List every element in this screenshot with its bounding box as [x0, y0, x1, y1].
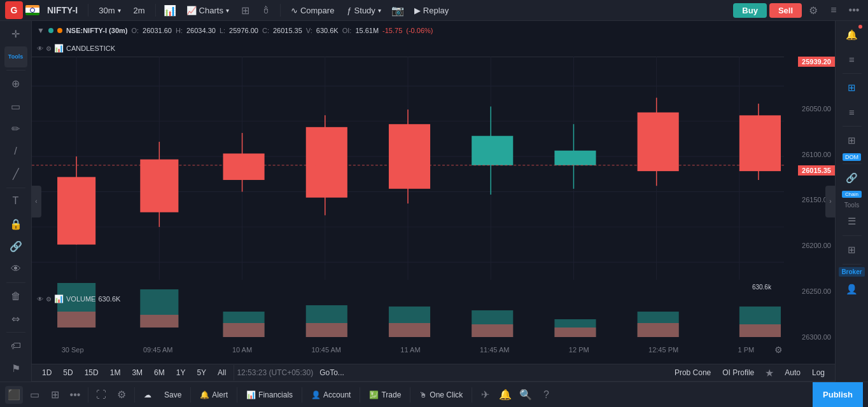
tf-3m[interactable]: 3M: [127, 366, 148, 380]
candle-icon[interactable]: 🕯: [257, 1, 275, 19]
crosshair-tool[interactable]: ⊕: [4, 73, 27, 95]
broker-icon[interactable]: 👤: [841, 278, 864, 301]
tf-1y[interactable]: 1Y: [171, 366, 191, 380]
time-label-6: 12 PM: [569, 346, 589, 354]
left-collapse-btn[interactable]: ‹: [31, 186, 41, 217]
cloud-icon[interactable]: ☁: [139, 388, 157, 402]
publish-btn[interactable]: Publish: [813, 382, 863, 407]
timeframe-30m-btn[interactable]: 30m▾: [94, 3, 125, 18]
save-btn[interactable]: Save: [159, 388, 186, 402]
tf-1m[interactable]: 1M: [105, 366, 126, 380]
link-tool[interactable]: 🔗: [4, 236, 27, 258]
bottom-toolbar: ⬛ ▭ ⊞ ••• ⛶ ⚙ ☁ Save 🔔Alert 📊Financials …: [0, 382, 868, 407]
open-val: 26031.60: [143, 27, 172, 34]
auto-btn[interactable]: Auto: [780, 366, 806, 380]
log-btn[interactable]: Log: [807, 366, 830, 380]
separator: [155, 4, 156, 17]
logo-button[interactable]: G: [5, 1, 23, 19]
tf-6m[interactable]: 6M: [149, 366, 170, 380]
alert-btn[interactable]: 🔔Alert: [195, 388, 233, 402]
vol-settings-icon[interactable]: ⚙: [46, 296, 52, 303]
magnet-tool[interactable]: 🔒: [4, 213, 27, 235]
text-tool[interactable]: T: [4, 191, 27, 212]
settings2-icon[interactable]: ⚙: [113, 386, 130, 404]
trade-btn[interactable]: 💹Trade: [364, 388, 406, 402]
svg-rect-41: [306, 323, 347, 337]
goto-btn[interactable]: GoTo...: [314, 366, 349, 380]
svg-rect-28: [554, 151, 596, 165]
replay-btn[interactable]: ▶Replay: [409, 3, 454, 18]
vol-eye-icon[interactable]: 👁: [37, 296, 43, 303]
expand-tool[interactable]: ⇔: [4, 308, 27, 329]
tag-tool[interactable]: 🏷: [4, 335, 27, 357]
tools-btn[interactable]: Tools: [4, 46, 27, 68]
symbol-name[interactable]: NIFTY-I: [47, 5, 78, 15]
dom-badge[interactable]: DOM: [843, 153, 861, 161]
split-h-btn[interactable]: ▭: [25, 386, 43, 404]
broker-btn[interactable]: Broker: [839, 267, 864, 277]
alert-icon[interactable]: 🔔: [841, 24, 864, 46]
watchlist-icon[interactable]: ≡: [841, 48, 864, 71]
oi-profile-btn[interactable]: OI Profile: [717, 366, 759, 380]
chain-badge[interactable]: Chain: [842, 191, 862, 198]
exchange-label: NSE:NIFTY-I (30m): [66, 27, 128, 34]
svg-rect-26: [472, 136, 513, 165]
alert-dot: [57, 28, 62, 33]
svg-rect-22: [306, 127, 347, 198]
camera-icon[interactable]: 📷: [389, 1, 407, 19]
link2-icon[interactable]: 🔗: [841, 167, 864, 190]
tf-1d[interactable]: 1D: [37, 366, 57, 380]
line-tool[interactable]: /: [4, 141, 27, 163]
single-chart-btn[interactable]: ⬛: [5, 386, 23, 404]
account-btn[interactable]: 👤Account: [306, 388, 356, 402]
study-btn[interactable]: ƒStudy▾: [342, 3, 386, 18]
time-label-8: 1 PM: [738, 346, 755, 354]
tf-5d[interactable]: 5D: [58, 366, 78, 380]
more-layouts-btn[interactable]: •••: [66, 386, 84, 404]
expand-btn[interactable]: ⛶: [92, 386, 110, 404]
format-icon[interactable]: ≡: [841, 100, 864, 123]
select-tool[interactable]: ▭: [4, 96, 27, 118]
more-icon[interactable]: •••: [845, 1, 863, 19]
search-icon[interactable]: 🔍: [517, 386, 535, 404]
prob-cone-btn[interactable]: Prob Cone: [669, 366, 716, 380]
financials-btn[interactable]: 📊Financials: [241, 388, 298, 402]
settings-icon[interactable]: ⚙: [804, 1, 822, 19]
grid-icon[interactable]: ⊞: [237, 1, 255, 19]
expand-icon[interactable]: ▼: [37, 26, 45, 35]
compare-btn[interactable]: ∿Compare: [286, 3, 339, 18]
one-click-btn[interactable]: 🖱One Click: [414, 388, 468, 402]
indicator-bar: 👁 ⚙ 📊 CANDLESTICK: [32, 40, 835, 57]
bar-chart-icon[interactable]: 📊: [161, 1, 179, 19]
trash-tool[interactable]: 🗑: [4, 286, 27, 307]
tf-5y[interactable]: 5Y: [192, 366, 211, 380]
list-icon[interactable]: ☰: [841, 210, 864, 233]
star-icon[interactable]: ★: [760, 364, 778, 382]
tf-all[interactable]: All: [213, 366, 231, 380]
change-pct: (-0.06%): [406, 27, 433, 34]
settings-icon2[interactable]: ⚙: [46, 45, 52, 52]
help-icon[interactable]: ?: [537, 386, 555, 404]
buy-button[interactable]: Buy: [733, 3, 767, 18]
layers-icon[interactable]: ≡: [825, 1, 843, 19]
grid2-icon[interactable]: ⊞: [841, 129, 864, 152]
grid3-icon[interactable]: ⊞: [841, 238, 864, 261]
pencil-tool[interactable]: ✏: [4, 118, 27, 140]
tf-15d[interactable]: 15D: [80, 366, 104, 380]
diagonal-tool[interactable]: ╱: [4, 163, 27, 185]
cursor-tool[interactable]: ✛: [4, 24, 27, 45]
charts-btn[interactable]: 📈Charts▾: [181, 3, 234, 18]
svg-rect-32: [739, 115, 781, 171]
notification-icon[interactable]: 🔔: [496, 386, 514, 404]
timeframe-2m-btn[interactable]: 2m: [129, 3, 150, 18]
flag-tool[interactable]: ⚑: [4, 357, 27, 379]
sell-button[interactable]: Sell: [769, 3, 802, 18]
eye-icon[interactable]: 👁: [37, 45, 43, 52]
telegram-icon[interactable]: ✈: [476, 386, 494, 404]
chart-settings-icon[interactable]: ⚙: [774, 345, 783, 355]
eye-tool[interactable]: 👁: [4, 258, 27, 280]
layers-active-icon[interactable]: ⊞: [841, 76, 864, 99]
split-4-btn[interactable]: ⊞: [46, 386, 64, 404]
symbol-info-bar: ▼ NSE:NIFTY-I (30m) O: 26031.60 H: 26034…: [32, 21, 835, 40]
right-expand-btn[interactable]: ›: [825, 186, 836, 217]
